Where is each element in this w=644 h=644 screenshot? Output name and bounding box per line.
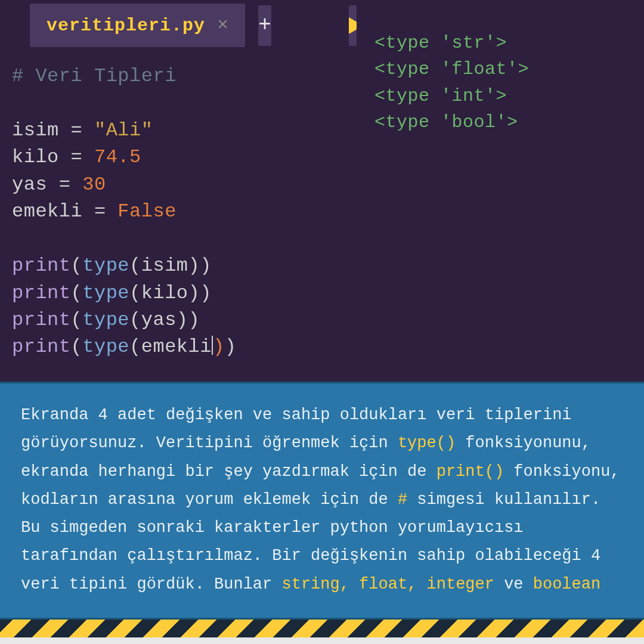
output-line: <type 'bool'> [374, 109, 632, 135]
highlight-print: print() [436, 463, 504, 481]
footer: instagram.com/python.ders/ [0, 637, 644, 644]
code-content[interactable]: # Veri Tipleri isim = "Ali" kilo = 74.5 … [0, 51, 357, 373]
code-panel: veritipleri.py × + # Veri Tipleri isim =… [0, 0, 357, 382]
close-icon[interactable]: × [217, 14, 228, 36]
output-line: <type 'str'> [374, 30, 632, 56]
editor-area: veritipleri.py × + # Veri Tipleri isim =… [0, 0, 644, 382]
info-panel: Ekranda 4 adet değişken ve sahip oldukla… [0, 382, 644, 620]
highlight-type: type() [398, 434, 456, 452]
code-comment: # Veri Tipleri [12, 65, 177, 87]
tab-filename: veritipleri.py [47, 16, 205, 36]
output-line: <type 'int'> [374, 83, 632, 109]
hazard-stripe-decoration [0, 620, 644, 637]
file-tab[interactable]: veritipleri.py × [30, 4, 245, 47]
highlight-hash: # [398, 491, 407, 509]
tab-bar: veritipleri.py × + [0, 0, 357, 51]
plus-icon: + [258, 13, 271, 38]
highlight-types: string, float, integer [281, 575, 494, 593]
highlight-boolean: boolean [533, 575, 600, 593]
output-line: <type 'float'> [374, 56, 632, 82]
new-tab-button[interactable]: + [258, 5, 271, 46]
output-panel: <type 'str'> <type 'float'> <type 'int'>… [357, 0, 644, 382]
output-content: <type 'str'> <type 'float'> <type 'int'>… [357, 12, 644, 148]
